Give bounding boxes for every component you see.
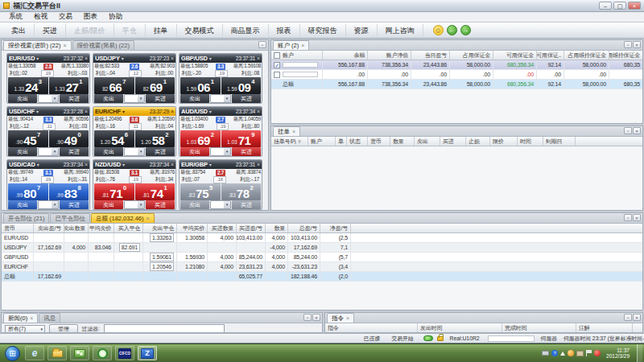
sell-price-button[interactable]: 1.59061 bbox=[180, 77, 221, 94]
buy-button[interactable]: 买进 bbox=[146, 200, 175, 209]
sell-button[interactable]: 卖出 bbox=[8, 147, 37, 156]
buy-price-button[interactable]: .90490 bbox=[49, 130, 89, 147]
sell-button[interactable]: 卖出 bbox=[180, 200, 209, 209]
alert-tray-icon[interactable] bbox=[594, 350, 601, 356]
amount-select[interactable] bbox=[38, 147, 59, 156]
minimize-icon[interactable]: ‒ bbox=[599, 2, 612, 10]
toolbar-button-10[interactable]: 网上咨询 bbox=[378, 24, 423, 37]
buy-price-button[interactable]: 1.33271 bbox=[49, 77, 89, 94]
close-price-field[interactable]: 1.33263 bbox=[150, 233, 174, 242]
chevron-down-icon[interactable]: ▾ bbox=[122, 162, 125, 167]
close-icon[interactable]: × bbox=[257, 109, 260, 114]
quote-tile-header[interactable]: EUR/USD ▾ 23:37:32 × bbox=[7, 54, 89, 63]
taskbar-explorer-button[interactable] bbox=[47, 346, 67, 360]
amount-select[interactable] bbox=[124, 94, 145, 103]
buy-price-button[interactable]: .83782 bbox=[221, 183, 262, 200]
title-bar[interactable]: 福汇交易平台II ‒ ▢ × bbox=[0, 0, 644, 12]
buy-button[interactable]: 买进 bbox=[232, 200, 261, 209]
float-panel-icon[interactable]: ▫ bbox=[258, 41, 266, 48]
position-row[interactable]: EUR/USD1.332631.306584,000103,413.004,00… bbox=[2, 233, 642, 243]
tab-quotes-advanced[interactable]: 报价视窗(进阶) (22) × bbox=[3, 40, 72, 50]
tab-closed-positions[interactable]: 已平仓部位 bbox=[50, 213, 90, 223]
show-desktop-button[interactable] bbox=[637, 344, 642, 362]
header-checkbox[interactable] bbox=[274, 52, 280, 59]
taskbar-green-app-button[interactable] bbox=[93, 346, 112, 360]
amount-select[interactable] bbox=[210, 200, 231, 209]
quote-tile-header[interactable]: EUR/CHF ▾ 23:37:29 × bbox=[93, 107, 175, 116]
filter-input[interactable] bbox=[104, 324, 225, 333]
close-panel-icon[interactable]: × bbox=[633, 127, 641, 134]
tab-orders[interactable]: 挂单 × bbox=[273, 126, 300, 136]
close-icon[interactable]: × bbox=[292, 129, 295, 134]
amount-select[interactable] bbox=[38, 94, 59, 103]
taskbar-messenger-button[interactable] bbox=[70, 346, 89, 360]
tab-quotes-simple[interactable]: 报价视窗(简易) (22) bbox=[72, 40, 134, 50]
chevron-down-icon[interactable]: ▾ bbox=[122, 56, 124, 61]
sell-price-button[interactable]: .83755 bbox=[180, 183, 221, 200]
sell-price-button[interactable]: 1.33243 bbox=[8, 77, 48, 94]
sort-down-icon[interactable]: ▿ bbox=[298, 138, 300, 145]
back-icon[interactable]: ← bbox=[447, 25, 457, 35]
close-icon[interactable]: × bbox=[346, 315, 349, 321]
menu-item-0[interactable]: 系统 bbox=[3, 12, 28, 22]
chevron-down-icon[interactable]: ▾ bbox=[209, 162, 212, 167]
amount-select[interactable] bbox=[124, 147, 145, 156]
chevron-down-icon[interactable]: ▾ bbox=[37, 162, 39, 167]
float-panel-icon[interactable]: ▫ bbox=[303, 314, 312, 321]
sell-button[interactable]: 卖出 bbox=[94, 94, 123, 103]
close-icon[interactable]: × bbox=[85, 162, 88, 167]
quote-tile-header[interactable]: USD/CHF ▾ 23:37:28 × bbox=[7, 107, 89, 116]
float-panel-icon[interactable]: ▫ bbox=[624, 314, 632, 321]
float-panel-icon[interactable]: ▫ bbox=[624, 127, 632, 134]
close-icon[interactable]: × bbox=[257, 162, 260, 167]
tab-positions-summary[interactable]: 总额 (182,032.46) × bbox=[91, 213, 155, 223]
position-row[interactable]: GBP/USD1.590611.569304,00085,244.004,000… bbox=[2, 253, 642, 262]
account-checkbox[interactable]: ✓ bbox=[274, 62, 280, 68]
menu-item-2[interactable]: 交易 bbox=[53, 12, 78, 22]
buy-button[interactable]: 买进 bbox=[60, 94, 89, 103]
close-panel-icon[interactable]: × bbox=[312, 314, 320, 321]
chat-smiley-icon[interactable]: ☺ bbox=[433, 25, 444, 35]
quote-tile-header[interactable]: USD/CAD ▾ 23:37:34 × bbox=[7, 160, 89, 169]
close-icon[interactable]: × bbox=[628, 2, 641, 10]
quote-tile-header[interactable]: EUR/GBP ▾ 23:37:31 × bbox=[180, 160, 262, 169]
toolbar-button-5[interactable]: 交易模式 bbox=[177, 24, 223, 37]
buy-button[interactable]: 买进 bbox=[232, 94, 261, 103]
buy-button[interactable]: 买进 bbox=[146, 94, 175, 103]
taskbar-trading-app-button[interactable]: Z bbox=[138, 346, 157, 360]
toolbar-button-8[interactable]: 研究报告 bbox=[300, 24, 346, 37]
keyboard-tray-icon[interactable] bbox=[542, 351, 549, 356]
chevron-down-icon[interactable]: ▾ bbox=[36, 109, 39, 114]
sell-button[interactable]: 卖出 bbox=[94, 147, 123, 156]
tab-messages[interactable]: 讯息 bbox=[39, 313, 60, 323]
action-center-icon[interactable] bbox=[586, 350, 592, 356]
buy-button[interactable]: 买进 bbox=[146, 147, 175, 156]
buy-price-button[interactable]: .99838 bbox=[49, 183, 89, 200]
buy-price-button[interactable]: .81741 bbox=[135, 183, 175, 200]
toolbar-button-6[interactable]: 商品显示 bbox=[223, 24, 269, 37]
close-icon[interactable]: × bbox=[147, 216, 150, 221]
taskbar-clock[interactable]: 11:37 2012/3/29 bbox=[606, 348, 630, 359]
orange-tray-icon[interactable] bbox=[568, 350, 574, 356]
sell-button[interactable]: 卖出 bbox=[180, 147, 209, 156]
close-icon[interactable]: × bbox=[257, 56, 260, 61]
sell-button[interactable]: 卖出 bbox=[8, 200, 37, 209]
close-icon[interactable]: × bbox=[171, 162, 174, 167]
chevron-down-icon[interactable]: ▾ bbox=[122, 109, 125, 114]
float-panel-icon[interactable]: ▫ bbox=[624, 41, 632, 48]
buy-button[interactable]: 买进 bbox=[60, 147, 89, 156]
buy-button[interactable]: 买进 bbox=[60, 200, 89, 209]
account-checkbox[interactable] bbox=[274, 72, 280, 78]
close-icon[interactable]: × bbox=[63, 43, 66, 48]
help-tray-icon[interactable]: ? bbox=[551, 350, 558, 356]
menu-item-1[interactable]: 检视 bbox=[28, 12, 53, 22]
sell-price-button[interactable]: 1.20546 bbox=[94, 130, 134, 147]
tab-accounts[interactable]: 账户 (2) × bbox=[273, 40, 309, 50]
show-hidden-icons-icon[interactable] bbox=[560, 352, 565, 356]
buy-price-button[interactable]: 1.03719 bbox=[221, 130, 262, 147]
sell-price-button[interactable]: .90457 bbox=[8, 130, 48, 147]
manage-button[interactable]: 管理 bbox=[49, 324, 78, 333]
toolbar-button-0[interactable]: 卖出 bbox=[3, 24, 35, 37]
close-icon[interactable]: × bbox=[171, 56, 174, 61]
close-price-field[interactable]: 82.691 bbox=[119, 243, 140, 252]
